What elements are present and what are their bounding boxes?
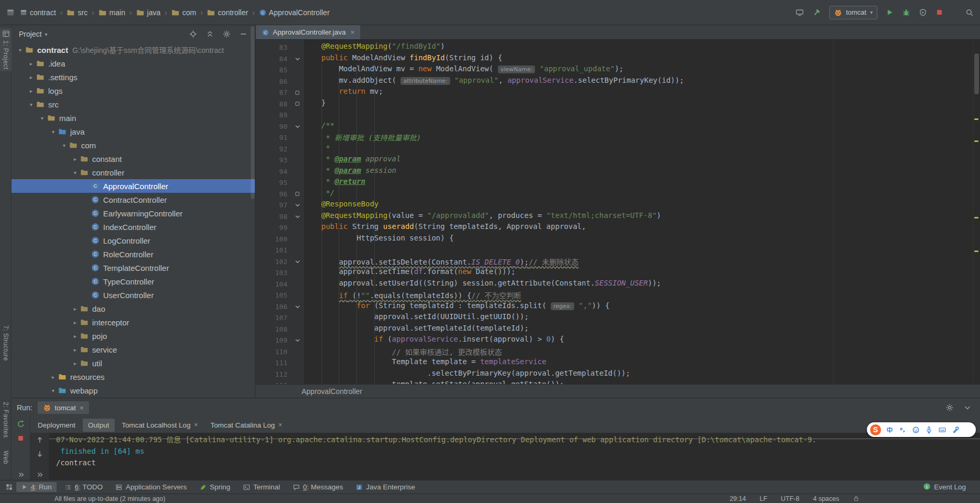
collapse-icon[interactable] [963,403,972,412]
chevron-right-icon[interactable]: ▸ [49,374,58,380]
search-icon[interactable] [965,8,974,17]
warning-stripe-mark[interactable] [974,118,978,120]
tree-item[interactable]: CApprovalController [12,179,255,193]
mic-icon[interactable] [925,426,933,434]
warning-stripe-mark[interactable] [974,140,978,142]
tool-window-button[interactable]: Application Servers [110,482,191,492]
console-tab[interactable]: Tomcat Catalina Log× [205,419,287,432]
chevron-right-icon[interactable]: ▸ [27,88,36,94]
chevron-down-icon[interactable]: ▾ [27,102,36,107]
code-line[interactable]: @RequestMapping(value = "/approvaladd", … [304,211,980,223]
tool-window-button[interactable]: 4: Run [16,482,57,492]
fold-marker-icon[interactable] [292,56,303,62]
tree-item[interactable]: CTypeController [12,275,255,288]
code-line[interactable]: approval.setId(UUIDUtil.getUUID()); [304,312,980,324]
tree-item[interactable]: CLogController [12,234,255,247]
code-line[interactable]: approval.setUserId((String) session.getA… [304,279,980,290]
run-configuration-select[interactable]: tomcat ▾ [829,6,877,19]
tool-window-button[interactable]: JJava Enterprise [351,482,420,492]
code-line[interactable]: * @param approval [304,155,980,166]
tree-item[interactable]: ▸util [12,356,255,370]
tree-item[interactable]: ▾controller [12,166,255,179]
sidebar-item-favorites[interactable]: 2: Favorites [0,400,12,440]
tree-item[interactable]: ▸resources [12,370,255,384]
tree-item[interactable]: CContractController [12,193,255,206]
up-icon[interactable] [36,435,44,444]
chevron-down-icon[interactable]: ▾ [49,129,58,135]
locate-icon[interactable] [189,30,197,38]
emoji-icon[interactable] [912,426,920,434]
tree-scrollbar[interactable] [251,26,254,199]
code-line[interactable]: for (String templateId : templateIds.spl… [304,301,980,313]
sidebar-item-project[interactable]: 1: Project [0,28,12,71]
chevron-right-icon[interactable]: ▸ [71,306,80,312]
code-line[interactable]: * 新增审批 (支持批量审批) [304,132,980,144]
console-tab[interactable]: Tomcat Localhost Log× [117,419,203,432]
tree-item[interactable]: CIndexController [12,220,255,234]
keyboard-icon[interactable] [938,426,946,434]
sogou-logo-icon[interactable]: S [870,424,881,435]
event-log-button[interactable]: 1Event Log [918,482,971,493]
code-line[interactable]: */ [304,189,980,200]
fold-marker-icon[interactable] [292,124,303,129]
tree-item[interactable]: ▸interceptor [12,315,255,329]
chevron-right-icon[interactable]: ▸ [71,333,80,339]
warning-stripe-mark[interactable] [974,250,978,252]
chevron-right-icon[interactable]: ▸ [71,320,80,325]
chinese-mode-icon[interactable] [886,426,894,434]
chevron-down-icon[interactable]: ▾ [60,143,69,148]
screens-icon[interactable] [795,8,804,17]
code-line[interactable]: // 如果审核通过, 更改模板状态 [304,346,980,358]
code-line[interactable]: if (!"".equals(templateIds)) {// 不为空判断 [304,290,980,301]
lock-icon[interactable] [853,495,860,502]
tree-item[interactable]: ▸logs [12,84,255,97]
code-line[interactable]: public ModelAndView findById(String id) … [304,53,980,65]
toolbox-icon[interactable] [952,426,960,434]
down-icon[interactable] [36,450,44,458]
chevron-right-icon[interactable]: ▸ [71,156,80,162]
editor-tab[interactable]: C ApprovalController.java × [256,25,360,39]
scrollbar-thumb[interactable] [974,53,979,94]
gear-icon[interactable] [945,403,954,412]
warning-stripe-mark[interactable] [974,217,978,218]
breadcrumb-item[interactable]: controller [207,8,248,17]
hide-icon[interactable] [239,30,248,38]
chevron-right-icon[interactable]: ▸ [27,61,36,67]
console-tab[interactable]: Deployment [32,419,81,432]
close-icon[interactable]: × [80,404,84,412]
tree-item[interactable]: ▸service [12,343,255,356]
code-editor[interactable]: 8384858687888990919293949596979899100101… [255,40,980,384]
stop-red-icon[interactable] [17,434,25,442]
code-line[interactable]: @ResponseBody [304,200,980,211]
gear-icon[interactable] [222,30,231,38]
collapse-all-icon[interactable] [206,30,214,38]
tree-item[interactable]: ▾src [12,97,255,111]
tree-item[interactable]: ▾webapp [12,384,255,397]
code-line[interactable]: approval.setIsDelete(Constant.IS_DELETE_… [304,256,980,268]
tree-item[interactable]: ▾com [12,138,255,152]
code-line[interactable]: * @param session [304,166,980,178]
tree-item[interactable]: ▸.settings [12,70,255,84]
tool-windows-icon[interactable] [5,483,13,491]
punctuation-icon[interactable] [899,426,907,434]
tree-item[interactable]: CTemplateController [12,261,255,275]
chevron-down-icon[interactable]: ▾ [38,115,47,121]
tool-window-button[interactable]: 6: TODO [60,482,108,492]
caret-position[interactable]: 29:14 [730,495,746,502]
fold-marker-icon[interactable] [292,202,303,208]
tree-item[interactable]: ▾main [12,111,255,125]
fold-marker-icon[interactable] [292,191,303,196]
chevron-down-icon[interactable]: ▾ [16,47,25,53]
tree-item[interactable]: CRoleController [12,247,255,261]
code-lines[interactable]: @RequestMapping("/findById") public Mode… [304,40,980,384]
fold-marker-icon[interactable] [292,101,303,106]
editor-breadcrumb[interactable]: ApprovalController [255,384,980,398]
breadcrumb-item[interactable]: main [98,8,125,17]
tree-item[interactable]: ▾contractG:\shejiing\基于ssm合同管理系统源码\contr… [12,43,255,57]
code-line[interactable]: * @return [304,177,980,189]
console-tab[interactable]: Output [83,419,115,432]
project-panel-title[interactable]: Project [19,30,42,38]
coverage-icon[interactable] [919,8,927,17]
tree-item[interactable]: ▸dao [12,302,255,315]
close-icon[interactable]: × [194,421,198,429]
